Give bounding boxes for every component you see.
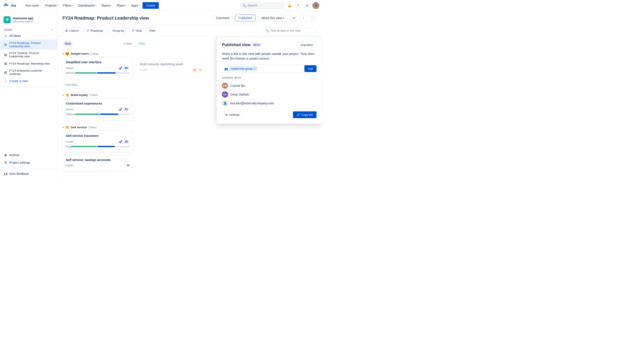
notifications-button[interactable]: 🔔 <box>286 2 293 9</box>
selfservice-count: 3 ideas <box>88 126 96 129</box>
eva-lien-avatar: 👤 <box>222 100 228 106</box>
enterprise-icon: ▤ <box>4 70 8 74</box>
main-content: FY24 Roadmap: Product Leadership view Co… <box>57 11 322 181</box>
settings-button[interactable]: ⚙ <box>304 2 310 9</box>
sidebar-item-give-feedback[interactable]: 📢 Give feedback <box>0 170 57 178</box>
nav-projects[interactable]: Projects ▾ <box>43 2 60 8</box>
sidebar-item-all-ideas[interactable]: ≡ All ideas <box>0 32 57 39</box>
help-button[interactable]: ? <box>295 2 302 9</box>
impact-score: 98 <box>123 66 130 70</box>
megaphone-icon: 📢 <box>4 172 8 176</box>
timeline-icon: ▤ <box>4 53 8 57</box>
sidebar-item-fy24-roadmap-product[interactable]: ⊞ FY24 Roadmap: Product Leadership view <box>0 39 57 50</box>
chevron-down-icon: ▾ <box>72 4 73 6</box>
settings-button[interactable]: ⚙ Settings <box>222 111 243 118</box>
project-type: Discovery project <box>13 20 34 23</box>
upload-button[interactable]: ↑ <box>300 14 307 21</box>
sidebar-item-label: FY24 Timeline: Product Leadership view <box>9 51 54 58</box>
goal-selfservice-header[interactable]: ▾ 👏 Self service 3 ideas <box>62 124 133 131</box>
add-idea-button[interactable]: + Add idea <box>62 81 78 88</box>
main-layout: ✦ Awesome app Discovery project VIEWS + … <box>0 11 322 181</box>
nav-your-work[interactable]: Your work ▾ <box>23 2 43 8</box>
content-header: FY24 Roadmap: Product Leadership view Co… <box>57 11 322 25</box>
logo[interactable]: Jira <box>3 2 19 9</box>
delivery-bar <box>75 72 130 74</box>
idea-meta-goal: Goal <box>66 145 130 148</box>
nav-plans[interactable]: Plans ▾ <box>114 2 128 8</box>
nav-filters[interactable]: Filters ▾ <box>61 2 75 8</box>
rocket-icon: 🚀 <box>118 66 122 70</box>
sidebar-item-label: Give feedback <box>9 172 54 176</box>
chevron-down-icon: ▾ <box>57 4 58 6</box>
copy-link-button[interactable]: 🔗 Copy link <box>293 111 316 118</box>
link-icon: 🔗 <box>296 113 300 116</box>
idea-title: Self-service insurance <box>66 134 130 138</box>
project-header: ✦ Awesome app Discovery project <box>0 14 57 27</box>
goal-delight-header[interactable]: ▾ 😍 Delight users 4 ideas <box>62 50 133 57</box>
create-button[interactable]: Create <box>142 2 159 9</box>
idea-card-savings[interactable]: Self service: savings accounts Impact 46 <box>62 155 133 172</box>
sidebar-item-fy24-enterprise[interactable]: ▤ FY24 Enterprise customer roadmap <box>0 67 57 77</box>
unpublish-button[interactable]: Unpublish <box>297 42 316 48</box>
impact-badge: 🎯 75 <box>192 68 204 72</box>
toolbar: ⊞ Column ⏱ Roadmap Group by ⏱ Goal Filte… <box>57 25 322 36</box>
board-area: Now 5 ideas ▾ 😍 Delight users 4 ideas Si… <box>57 36 322 181</box>
impact-label: Impact <box>66 164 74 167</box>
find-idea-search[interactable]: 🔍 <box>263 27 317 34</box>
nav-teams[interactable]: Teams ▾ <box>99 2 114 8</box>
remove-tag-button[interactable]: ✕ <box>254 67 256 70</box>
next-badge: Next <box>137 41 146 46</box>
roadmap-button[interactable]: ⏱ Roadmap <box>84 27 106 34</box>
loyalty-emoji: 👏 <box>65 93 70 97</box>
sidebar-item-label: Project settings <box>9 161 54 164</box>
group-by-button[interactable]: Group by <box>110 27 127 34</box>
goal-next-loyalty: Gold rewards marketing push Impact 🎯 75 <box>136 50 207 77</box>
column-next-header: Next <box>136 40 207 48</box>
goal-loyalty-header[interactable]: ▾ 👏 Build loyalty 2 ideas <box>62 92 133 98</box>
chevron-down-icon: ▾ <box>39 4 40 6</box>
share-button[interactable]: ⇄ <box>290 14 297 21</box>
sidebar-item-archive[interactable]: 🗑 Archive <box>0 151 57 159</box>
share-tag: leadership-group ✕ <box>230 66 258 71</box>
idea-card-insurance[interactable]: Self-service insurance Impact 🚀 80 Goal <box>62 131 133 153</box>
delivery-label: Delivery <box>66 71 75 74</box>
top-navigation: Jira Your work ▾ Projects ▾ Filters ▾ Da… <box>0 0 322 11</box>
idea-meta-impact: Impact 🚀 80 <box>66 140 130 144</box>
impact-label: Impact <box>66 67 74 70</box>
search-box[interactable]: 🔍 <box>240 2 284 8</box>
impact-badge: 🚀 97 <box>118 107 130 111</box>
search-input[interactable] <box>248 4 278 7</box>
add-view-icon[interactable]: + <box>52 28 54 31</box>
add-button[interactable]: Add <box>304 65 316 72</box>
about-this-view-button[interactable]: About this view ≡ <box>258 15 288 21</box>
chevron-down-icon: ▾ <box>62 52 64 55</box>
shared-person-eva: 👤 eva.lien@externalcompany.com <box>222 99 316 108</box>
published-button[interactable]: Published <box>235 15 255 21</box>
column-button[interactable]: ⊞ Column <box>62 27 82 34</box>
sidebar-item-create-view[interactable]: + Create a view <box>0 77 57 85</box>
idea-card-simplified[interactable]: Simplified user interface Impact 🚀 98 De… <box>62 57 133 79</box>
find-idea-input[interactable] <box>270 29 314 32</box>
sidebar-item-fy24-roadmap-marketing[interactable]: ▤ FY24 Roadmap: Marketing view <box>0 60 57 67</box>
idea-card-gold-rewards[interactable]: Gold rewards marketing push Impact 🎯 75 <box>136 59 207 77</box>
sidebar-bottom: 🗑 Archive ⚙ Project settings 📢 Give feed… <box>0 151 57 178</box>
sidebar-item-project-settings[interactable]: ⚙ Project settings <box>0 159 57 166</box>
delight-count: 4 ideas <box>90 52 99 55</box>
shared-person-omar: OD Omar Darboe <box>222 90 316 99</box>
comment-button[interactable]: Comment <box>213 15 233 21</box>
sidebar-item-fy24-timeline-product[interactable]: ▤ FY24 Timeline: Product Leadership view <box>0 50 57 60</box>
idea-title: Simplified user interface <box>66 60 130 64</box>
user-avatar[interactable]: 👤 <box>312 2 319 9</box>
goal-build-loyalty: ▾ 👏 Build loyalty 2 ideas Customised exp… <box>62 92 133 120</box>
rocket-icon: 🚀 <box>118 108 122 111</box>
nav-apps[interactable]: Apps ▾ <box>129 2 142 8</box>
filter-button[interactable]: Filter <box>146 27 158 34</box>
nav-dashboards[interactable]: Dashboards ▾ <box>76 2 98 8</box>
goal-button[interactable]: ⏱ Goal <box>129 27 145 34</box>
roadmap-icon: ▤ <box>4 61 8 65</box>
plus-icon: + <box>4 79 8 83</box>
share-input-field[interactable]: 👥 leadership-group ✕ <box>222 64 303 73</box>
target-icon: 🎯 <box>192 68 196 72</box>
fullscreen-button[interactable]: ⛶ <box>310 14 317 21</box>
idea-card-customised[interactable]: Customised experiences Impact 🚀 97 Deliv… <box>62 98 133 120</box>
